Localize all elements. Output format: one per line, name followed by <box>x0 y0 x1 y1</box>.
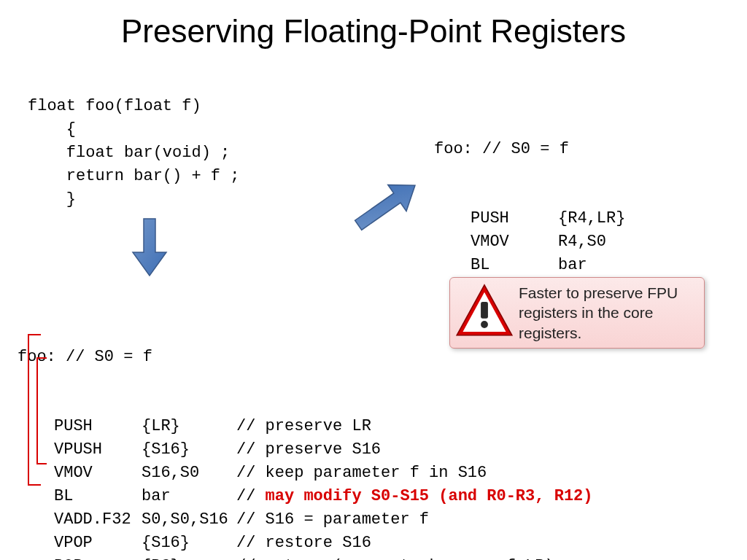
arrow-down-icon <box>131 217 168 280</box>
asm-bottom-label: foo: // S0 = f <box>18 346 592 369</box>
asm-row: PUSH{R4,LR} <box>434 207 635 230</box>
c-source-block: float foo(float f) { float bar(void) ; r… <box>28 95 239 211</box>
warning-icon <box>454 281 514 344</box>
asm-row: POP{PC}// return (uses stack copy of LR) <box>18 555 592 560</box>
asm-row: VADD.F32S0,S0,S16// S16 = parameter f <box>18 508 592 532</box>
slide-title: Preserving Floating-Point Registers <box>0 13 747 50</box>
asm-row: VPUSH{S16}// preserve S16 <box>18 438 592 462</box>
asm-row: BLbar// may modify S0-S15 (and R0-R3, R1… <box>18 485 592 508</box>
svg-marker-1 <box>349 177 425 236</box>
svg-point-5 <box>481 321 488 328</box>
svg-marker-0 <box>133 219 166 276</box>
arrow-diagonal-icon <box>345 177 425 238</box>
bracket-inner <box>36 357 47 464</box>
asm-row: VMOVS16,S0// keep parameter f in S16 <box>18 462 592 485</box>
asm-row: BLbar <box>434 254 635 277</box>
svg-rect-4 <box>481 302 488 319</box>
asm-row: VMOVR4,S0 <box>434 230 635 254</box>
callout-box: Faster to preserve FPU registers in the … <box>449 277 705 349</box>
asm-row: PUSH{LR}// preserve LR <box>18 415 592 438</box>
asm-row: VPOP{S16}// restore S16 <box>18 532 592 555</box>
asm-right-label: foo: // S0 = f <box>434 138 635 161</box>
callout-text: Faster to preserve FPU registers in the … <box>514 283 694 343</box>
